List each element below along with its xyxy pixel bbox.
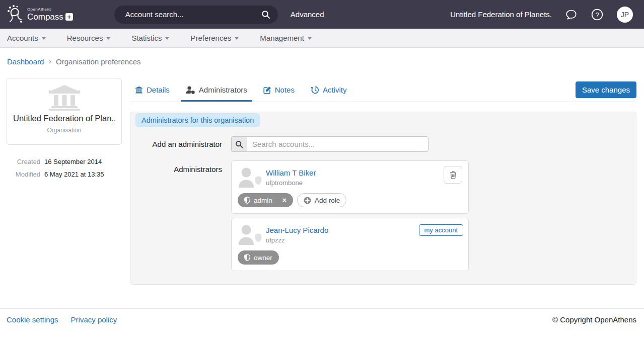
feedback-chat-button[interactable] bbox=[565, 9, 578, 21]
admin-name-link[interactable]: William T Biker bbox=[266, 168, 316, 177]
nav-item-preferences[interactable]: Preferences bbox=[190, 34, 239, 42]
remove-role-icon[interactable]: × bbox=[282, 197, 287, 204]
tab-activity[interactable]: Activity bbox=[306, 78, 352, 102]
brand-compass-label: Compass bbox=[27, 13, 63, 21]
add-administrator-label: Add an administrator bbox=[130, 136, 231, 152]
tab-details[interactable]: Details bbox=[130, 78, 175, 102]
openathens-compass-logo[interactable]: OpenAthens Compass + bbox=[7, 5, 73, 25]
admin-search-input[interactable] bbox=[247, 136, 428, 152]
nav-item-statistics[interactable]: Statistics bbox=[131, 34, 169, 42]
breadcrumb: Dashboard › Organisation preferences bbox=[0, 48, 644, 66]
nav-item-management[interactable]: Management bbox=[260, 34, 312, 42]
person-gear-icon bbox=[186, 86, 195, 94]
footer: Cookie settings Privacy policy © Copyrig… bbox=[0, 308, 644, 324]
shield-icon bbox=[244, 197, 250, 204]
administrators-panel: Administrators for this organisation Add… bbox=[130, 112, 636, 285]
person-avatar-icon bbox=[238, 167, 262, 188]
organisation-meta: Created 16 September 2014 Modified 6 May… bbox=[7, 158, 122, 178]
nav-item-accounts[interactable]: Accounts bbox=[7, 34, 46, 42]
cookie-settings-link[interactable]: Cookie settings bbox=[7, 315, 58, 324]
caret-down-icon bbox=[106, 37, 110, 40]
tab-notes[interactable]: Notes bbox=[258, 78, 300, 102]
created-label: Created bbox=[7, 158, 40, 165]
account-search-box[interactable] bbox=[114, 6, 278, 24]
bank-icon bbox=[135, 86, 143, 94]
admin-card: Jean-Lucy Picardo ufpzzz owner bbox=[231, 218, 469, 271]
admin-card: William T Biker ufptrombone admin bbox=[231, 160, 469, 214]
search-icon bbox=[235, 140, 243, 148]
person-avatar-icon bbox=[238, 224, 262, 245]
role-pill-owner: owner bbox=[238, 250, 279, 265]
plus-badge-icon: + bbox=[65, 13, 73, 21]
advanced-search-link[interactable]: Advanced bbox=[291, 10, 324, 19]
history-icon bbox=[311, 86, 319, 94]
organisation-name: Untitled Federation of Plan... bbox=[13, 114, 115, 123]
help-icon: ? bbox=[591, 8, 604, 21]
caret-down-icon bbox=[308, 37, 312, 40]
top-bar: OpenAthens Compass + Advanced Untitled F… bbox=[0, 0, 644, 29]
search-icon[interactable] bbox=[261, 10, 270, 19]
delete-admin-button[interactable] bbox=[444, 166, 462, 184]
save-changes-button[interactable]: Save changes bbox=[576, 81, 636, 98]
admin-name-link[interactable]: Jean-Lucy Picardo bbox=[266, 226, 328, 234]
pencil-square-icon bbox=[263, 86, 271, 94]
panel-title-badge: Administrators for this organisation bbox=[135, 113, 260, 127]
shield-icon bbox=[244, 254, 250, 261]
nav-item-resources[interactable]: Resources bbox=[67, 34, 111, 42]
help-button[interactable]: ? bbox=[591, 8, 604, 21]
main-nav: Accounts Resources Statistics Preference… bbox=[0, 29, 644, 48]
role-pill-admin: admin × bbox=[238, 193, 293, 207]
svg-text:?: ? bbox=[595, 11, 599, 19]
privacy-policy-link[interactable]: Privacy policy bbox=[71, 315, 117, 324]
modified-label: Modified bbox=[7, 170, 40, 178]
chat-bubble-icon bbox=[565, 9, 578, 21]
trash-icon bbox=[450, 171, 457, 179]
user-avatar[interactable]: JP bbox=[617, 7, 633, 23]
bank-icon bbox=[47, 84, 82, 111]
account-search-input[interactable] bbox=[124, 10, 261, 19]
chevron-right-icon: › bbox=[48, 57, 51, 65]
search-addon bbox=[231, 136, 247, 152]
organisation-type: Organisation bbox=[13, 127, 115, 134]
caret-down-icon bbox=[42, 37, 46, 40]
modified-value: 6 May 2021 at 13:35 bbox=[44, 170, 104, 178]
created-value: 16 September 2014 bbox=[44, 158, 102, 165]
caret-down-icon bbox=[165, 37, 169, 40]
breadcrumb-current: Organisation preferences bbox=[56, 57, 140, 66]
organisation-summary-card: Untitled Federation of Plan... Organisat… bbox=[7, 78, 122, 145]
plus-circle-icon bbox=[304, 197, 311, 204]
add-role-button[interactable]: Add role bbox=[297, 193, 346, 207]
administrators-label: Administrators bbox=[130, 160, 231, 271]
tab-bar: Details Administrators Notes bbox=[130, 78, 636, 102]
caret-down-icon bbox=[235, 37, 239, 40]
tab-administrators[interactable]: Administrators bbox=[181, 78, 252, 102]
brand-openathens-label: OpenAthens bbox=[27, 8, 73, 12]
my-account-badge: my account bbox=[419, 224, 463, 236]
breadcrumb-dashboard-link[interactable]: Dashboard bbox=[7, 57, 44, 66]
openathens-logo-icon bbox=[7, 5, 24, 25]
admin-username: ufpzzz bbox=[266, 236, 328, 244]
copyright-text: © Copyright OpenAthens bbox=[552, 315, 636, 324]
current-organisation-name: Untitled Federation of Planets. bbox=[450, 10, 552, 19]
admin-search-group bbox=[231, 136, 428, 152]
admin-username: ufptrombone bbox=[266, 179, 316, 187]
